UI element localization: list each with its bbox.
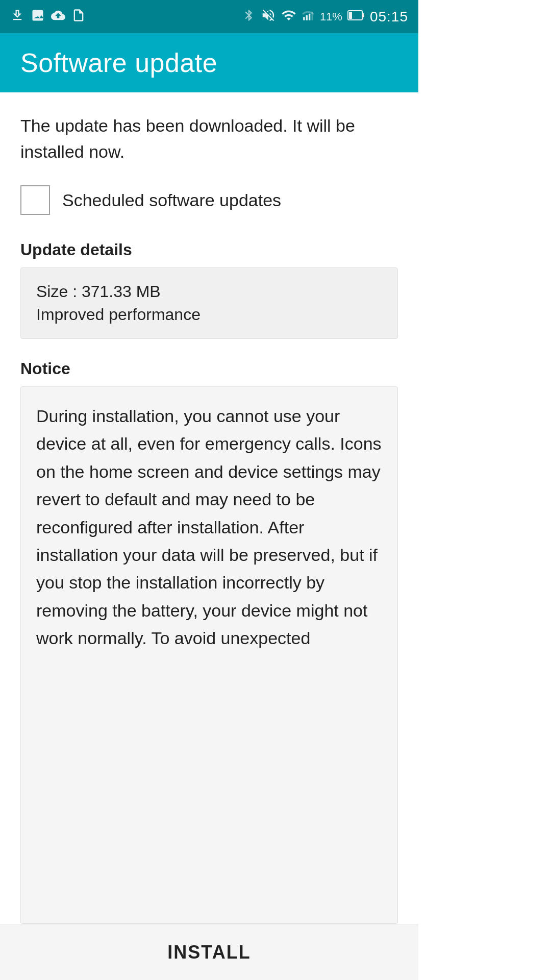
update-message: The update has been downloaded. It will … xyxy=(20,113,398,165)
status-time: 05:15 xyxy=(370,9,408,25)
install-button-container: INSTALL xyxy=(0,924,418,980)
update-details-section: Update details Size : 371.33 MB Improved… xyxy=(20,240,398,359)
battery-icon xyxy=(347,10,365,24)
update-details-box: Size : 371.33 MB Improved performance xyxy=(20,267,398,339)
status-bar-right-icons: 11% 05:15 xyxy=(242,8,408,26)
status-bar: 11% 05:15 xyxy=(0,0,418,33)
scheduled-updates-checkbox[interactable] xyxy=(20,185,50,215)
svg-rect-1 xyxy=(306,15,308,20)
svg-rect-3 xyxy=(311,12,313,20)
wifi-icon xyxy=(281,8,296,26)
svg-rect-0 xyxy=(303,17,305,20)
battery-percent-text: 11% xyxy=(320,10,342,23)
app-header: Software update xyxy=(0,33,418,92)
notice-text: During installation, you cannot use your… xyxy=(36,402,382,652)
cloud-upload-icon xyxy=(51,8,65,26)
image-icon xyxy=(31,8,45,26)
svg-rect-6 xyxy=(363,13,364,17)
update-performance: Improved performance xyxy=(36,305,382,324)
update-size: Size : 371.33 MB xyxy=(36,282,382,301)
bluetooth-muted-icon xyxy=(242,9,256,25)
document-icon xyxy=(71,8,86,26)
notice-box: During installation, you cannot use your… xyxy=(20,386,398,924)
page-title: Software update xyxy=(20,47,217,78)
scheduled-updates-label: Scheduled software updates xyxy=(62,190,281,210)
svg-rect-5 xyxy=(349,12,352,19)
main-content: The update has been downloaded. It will … xyxy=(0,92,418,924)
notice-title: Notice xyxy=(20,359,398,378)
status-bar-left-icons xyxy=(10,8,86,26)
mute-icon xyxy=(261,8,276,26)
svg-rect-2 xyxy=(309,13,310,20)
scheduled-updates-row[interactable]: Scheduled software updates xyxy=(20,185,398,215)
download-icon xyxy=(10,8,24,26)
install-button[interactable]: INSTALL xyxy=(0,924,418,980)
signal-icon xyxy=(302,9,315,25)
notice-section: Notice During installation, you cannot u… xyxy=(20,359,398,924)
update-details-title: Update details xyxy=(20,240,398,259)
